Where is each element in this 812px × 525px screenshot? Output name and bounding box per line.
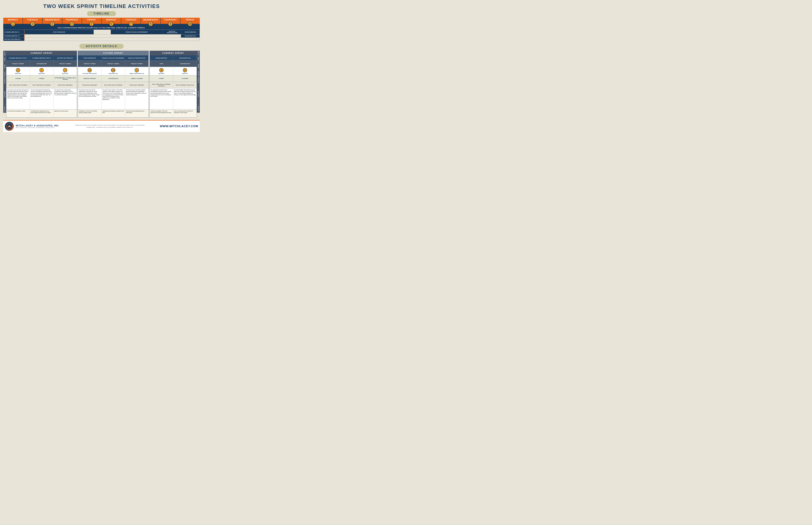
hours-row: 1 HOUR*1.5 HOURS*	[150, 75, 197, 82]
output-cell-1: Items for improvement for the team to im…	[173, 109, 197, 117]
who-cell-0: PRODUCT OWNER	[6, 61, 30, 67]
output-cell-0: Clarification on stories in the product …	[78, 109, 102, 117]
day-cell-5: FRIDAY 5	[82, 18, 102, 24]
timeline-row-1: PLANNING MEETING T.1 STORY WORKSHOP PROD…	[3, 30, 200, 34]
what-cell-0: REVIEW MEETING	[150, 55, 173, 61]
hours-cell-0: 2 HOURS	[6, 75, 30, 82]
output-cell-1: Committed sprint backlog and Scrum board…	[30, 109, 53, 117]
actions-cell-0: The product owner works with the stakeho…	[78, 88, 102, 109]
timeline-activities: PLANNING MEETING T.1 STORY WORKSHOP PROD…	[3, 30, 200, 41]
when-cell-0: 10Sprint End	[150, 67, 173, 75]
panel-current-sprint: CURRENT SPRINTREVIEW MEETINGRETROSPECTIV…	[150, 51, 197, 118]
actions-cell-2: The product owner communicates commitmen…	[53, 88, 77, 109]
output-cell-2: Agreement on path forward.	[53, 109, 77, 117]
when-row: 1Sprint Start1Sprint Start1Sprint Start	[6, 67, 77, 75]
company-logo	[5, 122, 14, 131]
timeline-days-row: MONDAY 1 TUESDAY 2 WEDNESDAY 3 THURSDAY …	[3, 18, 200, 24]
actions-cell-1: The team identifies what worked and what…	[173, 88, 197, 109]
left-label-who: WHO	[3, 56, 6, 62]
when-cell-1: 1Sprint Start	[30, 67, 53, 75]
right-label-what: WHAT	[197, 51, 200, 56]
day-number-6: 6	[109, 21, 114, 26]
hours-cell-2: VARIES: 1-3 HOURS	[125, 75, 149, 82]
what-cell-1: PRODUCT BACKLOG REFINEMENT	[102, 55, 125, 61]
who-cell-1: SCRUMMASTER	[30, 61, 53, 67]
day-cell-4: THURSDAY 4	[62, 18, 82, 24]
when-number-circle: 2-5	[88, 68, 92, 72]
day-cell-6: MONDAY 6	[102, 18, 121, 24]
gap-1	[94, 30, 111, 34]
retrospective: RETROSPECTIVE	[181, 34, 200, 38]
hours-cell-0: 1 HOUR*	[150, 75, 173, 82]
main-container: TWO WEEK SPRINT TIMELINE ACTIVITIES TIME…	[0, 0, 203, 135]
row-label-3: SETTING THE FORECAST	[3, 38, 25, 41]
right-label-people: PEOPLE	[197, 77, 200, 84]
day-number-8: 8	[149, 21, 153, 26]
day-name-9: THURSDAY	[164, 18, 177, 21]
left-label-people: PEOPLE	[3, 77, 6, 84]
actions-row: The product owner presents to the team t…	[6, 88, 77, 109]
who-cell-1: PRODUCT OWNER	[102, 61, 125, 67]
what-cell-1: RETROSPECTIVE	[173, 55, 197, 61]
when-text: Sprint End	[182, 73, 188, 74]
panel-current-sprint: CURRENT SPRINTPLANNING MEETING TOPIC 1PL…	[6, 51, 77, 118]
who-row: PRODUCT OWNERPRODUCT OWNERPRODUCT OWNER	[78, 61, 149, 67]
when-text: Sprint Week Two	[109, 73, 118, 74]
when-text: First Week of Every Sprint	[83, 73, 97, 74]
what-cell-2: BACKLOG PRIORITIZATION	[125, 55, 149, 61]
day-number-2: 2	[30, 21, 35, 26]
footer-center: * Official Scrum Guide times may differ.…	[75, 124, 145, 129]
output-cell-2: Revised product backlog priority and rel…	[125, 109, 149, 117]
what-row: STORY WORKSHOPPRODUCT BACKLOG REFINEMENT…	[78, 55, 149, 61]
people-cell-0: Team, Product Owner, ScrumMaster, Stakeh…	[150, 82, 173, 88]
when-cell-0: 2-5First Week of Every Sprint	[78, 67, 102, 75]
what-cell-1: PLANNING MEETING TOPIC 2	[30, 55, 53, 61]
when-number-circle: 6,7,8	[111, 68, 115, 72]
day-cell-9: THURSDAY 9	[161, 18, 181, 24]
when-cell-2: 9Middle of Sprint Week Two	[125, 67, 149, 75]
footer-logo: MITCH LACEY & ASSOCIATES, INC. REAL TRAI…	[5, 122, 59, 131]
activity-details-label: ACTIVITY DETAILS	[79, 44, 124, 49]
people-row: Team, Product Owner, ScrumMasterTeam, Pr…	[6, 82, 77, 88]
who-cell-2: PRODUCT OWNER	[53, 61, 77, 67]
who-cell-0: TEAM	[150, 61, 173, 67]
what-row: PLANNING MEETING TOPIC 1PLANNING MEETING…	[6, 55, 77, 61]
people-cell-1: Team, ScrumMaster, Product Owner	[173, 82, 197, 88]
footer-disclaimer: * Official Scrum Guide times may differ.…	[75, 124, 145, 126]
when-number-circle: 1	[40, 68, 44, 72]
day-number-3: 3	[50, 21, 55, 26]
day-cell-7: TUESDAY 7	[121, 18, 141, 24]
day-cell-3: WEDNESDAY 3	[43, 18, 62, 24]
when-text: Sprint Start	[62, 73, 68, 74]
actions-cell-1: The Team decomposes the high priority st…	[30, 88, 53, 109]
timeline: MONDAY 1 TUESDAY 2 WEDNESDAY 3 THURSDAY …	[3, 18, 200, 30]
right-label-when: WHEN	[197, 62, 200, 71]
gap-2	[25, 34, 181, 38]
timeline-row-2: PLANNING MEETING T.2 RETROSPECTIVE	[3, 34, 200, 38]
footer: MITCH LACEY & ASSOCIATES, INC. REAL TRAI…	[3, 120, 200, 132]
right-label-actions: ACTIONS	[197, 84, 200, 105]
left-label-hours: HOURS	[3, 71, 6, 77]
actions-row: The product owner works with the stakeho…	[78, 88, 149, 109]
when-row: 10Sprint End10Sprint End	[150, 67, 197, 75]
when-number-circle: 1	[63, 68, 67, 72]
actions-cell-1: The product owner spends ~10% of team ca…	[102, 88, 125, 109]
left-label-output: OUTPUT	[3, 105, 6, 113]
when-text: Sprint Start	[39, 73, 45, 74]
hours-row: VARIES BY PROJECT1-6 HOURS (10%)VARIES: …	[78, 75, 149, 82]
when-number-circle: 10	[183, 68, 187, 72]
right-row-labels: WHATWHOWHENHOURSPEOPLEACTIONSOUTPUT	[197, 51, 200, 118]
activity-details-section: ACTIVITY DETAILS	[3, 44, 200, 49]
company-name: MITCH LACEY & ASSOCIATES, INC. REAL TRAI…	[16, 124, 59, 128]
day-name-3: WEDNESDAY	[45, 18, 60, 21]
panel-header: CURRENT SPRINT	[150, 51, 197, 55]
product-backlog-refinement: PRODUCT BACKLOG REFINEMENT	[111, 30, 163, 34]
page-title: TWO WEEK SPRINT TIMELINE ACTIVITIES	[3, 3, 200, 9]
hours-cell-0: VARIES BY PROJECT	[78, 75, 102, 82]
day-cell-2: TUESDAY 2	[23, 18, 43, 24]
when-cell-1: 6,7,8Sprint Week Two	[102, 67, 125, 75]
what-row: REVIEW MEETINGRETROSPECTIVE	[150, 55, 197, 61]
when-text: Middle of Sprint Week Two	[129, 73, 144, 74]
day-cell-10: FRIDAY 10	[181, 18, 200, 24]
people-row: Product Owner, StakeholdersTeam, Product…	[78, 82, 149, 88]
